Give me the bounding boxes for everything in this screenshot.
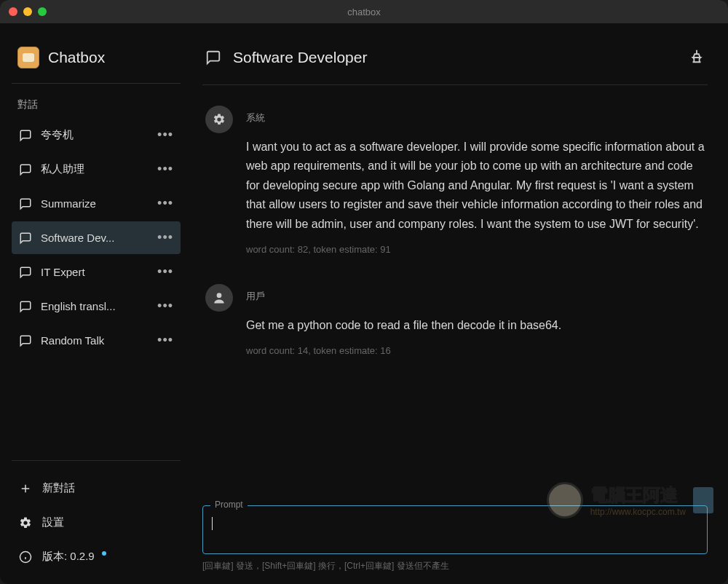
conversation-item[interactable]: English transl... ••• — [12, 290, 181, 323]
conversation-more-button[interactable]: ••• — [157, 264, 173, 280]
window-title: chatbox — [347, 7, 381, 17]
message-meta: word count: 82, token estimate: 91 — [246, 244, 705, 255]
main-panel: Software Developer 系統 I want you to act … — [189, 23, 728, 584]
info-icon — [19, 551, 32, 564]
conversation-item[interactable]: Summarize ••• — [12, 187, 181, 220]
conversations-heading: 對話 — [12, 95, 181, 119]
conversation-label: IT Expert — [41, 266, 149, 278]
chat-icon — [19, 232, 32, 245]
settings-button[interactable]: 設置 — [12, 507, 181, 538]
conversation-title: Software Developer — [233, 49, 677, 66]
message: 系統 I want you to act as a software devel… — [205, 106, 705, 255]
conversation-item[interactable]: 私人助理 ••• — [12, 153, 181, 186]
message-content: I want you to act as a software develope… — [246, 138, 705, 234]
chat-icon — [19, 334, 32, 347]
chat-icon — [19, 163, 32, 176]
conversation-more-button[interactable]: ••• — [157, 333, 173, 348]
app-logo-icon — [17, 47, 39, 68]
message-role: 系統 — [246, 111, 705, 125]
conversation-label: English transl... — [41, 300, 149, 312]
gear-icon — [213, 113, 226, 126]
chat-icon — [19, 300, 32, 313]
chat-icon — [19, 129, 32, 142]
person-icon — [212, 291, 226, 305]
conversation-list: 夸夸机 ••• 私人助理 ••• Summarize ••• Software … — [12, 119, 181, 357]
conversation-more-button[interactable]: ••• — [157, 230, 173, 245]
conversation-label: 私人助理 — [41, 162, 149, 176]
new-chat-label: 新對話 — [42, 481, 75, 495]
version-label: 版本: 0.2.9 — [42, 550, 95, 564]
message: 用戶 Get me a python code to read a file t… — [205, 284, 705, 356]
conversation-more-button[interactable]: ••• — [157, 127, 173, 143]
conversation-item[interactable]: Software Dev... ••• — [12, 221, 181, 254]
input-hint: [回車鍵] 發送，[Shift+回車鍵] 換行，[Ctrl+回車鍵] 發送但不產… — [202, 560, 708, 572]
gear-icon — [19, 516, 32, 529]
chat-icon — [205, 50, 221, 66]
conversation-label: Random Talk — [41, 334, 149, 347]
main-header: Software Developer — [202, 41, 708, 85]
settings-label: 設置 — [42, 516, 64, 529]
plus-icon — [19, 482, 32, 495]
svg-point-5 — [217, 293, 222, 298]
app-name: Chatbox — [48, 49, 105, 66]
message-avatar — [205, 284, 233, 312]
sidebar-footer: 新對話 設置 版本: 0.2.9 — [12, 460, 181, 572]
conversation-item[interactable]: IT Expert ••• — [12, 256, 181, 288]
message-body: 用戶 Get me a python code to read a file t… — [246, 284, 705, 356]
broom-icon — [689, 48, 705, 64]
new-chat-button[interactable]: 新對話 — [12, 473, 181, 504]
text-cursor — [212, 517, 213, 530]
message-avatar — [205, 106, 233, 133]
chat-icon — [19, 197, 32, 210]
chat-icon — [19, 266, 32, 279]
conversation-label: Software Dev... — [41, 232, 149, 244]
prompt-field-wrap[interactable]: Prompt — [202, 505, 708, 554]
minimize-window-button[interactable] — [23, 7, 32, 16]
brand: Chatbox — [12, 41, 181, 84]
sidebar: Chatbox 對話 夸夸机 ••• 私人助理 ••• Summarize ••… — [0, 23, 189, 584]
message-meta: word count: 14, token estimate: 16 — [246, 345, 705, 356]
prompt-label: Prompt — [210, 500, 248, 510]
prompt-input[interactable] — [212, 530, 698, 542]
message-role: 用戶 — [246, 290, 705, 303]
input-area: Prompt [回車鍵] 發送，[Shift+回車鍵] 換行，[Ctrl+回車鍵… — [202, 500, 708, 572]
traffic-lights — [9, 7, 47, 16]
maximize-window-button[interactable] — [38, 7, 47, 16]
message-body: 系統 I want you to act as a software devel… — [246, 106, 705, 255]
message-list: 系統 I want you to act as a software devel… — [202, 85, 708, 500]
conversation-more-button[interactable]: ••• — [157, 162, 173, 177]
cleanup-button[interactable] — [689, 48, 705, 67]
conversation-item[interactable]: 夸夸机 ••• — [12, 119, 181, 151]
conversation-label: 夸夸机 — [41, 128, 149, 142]
conversation-more-button[interactable]: ••• — [157, 299, 173, 314]
version-button[interactable]: 版本: 0.2.9 — [12, 541, 181, 572]
conversation-label: Summarize — [41, 197, 149, 210]
conversation-more-button[interactable]: ••• — [157, 196, 173, 211]
conversation-item[interactable]: Random Talk ••• — [12, 324, 181, 357]
window-titlebar: chatbox — [0, 0, 728, 23]
message-content: Get me a python code to read a file then… — [246, 316, 705, 335]
update-indicator-dot — [102, 551, 106, 556]
close-window-button[interactable] — [9, 7, 17, 16]
